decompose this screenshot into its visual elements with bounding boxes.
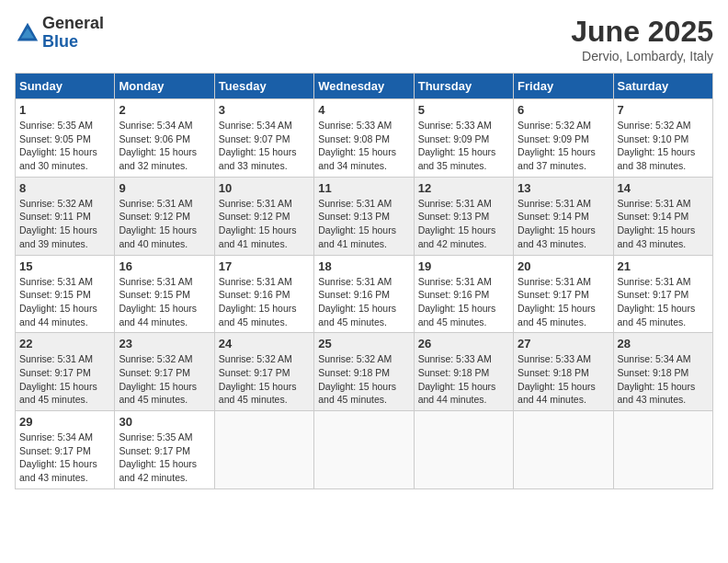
calendar-cell: 11Sunrise: 5:31 AMSunset: 9:13 PMDayligh… <box>314 177 414 255</box>
calendar-cell: 17Sunrise: 5:31 AMSunset: 9:16 PMDayligh… <box>214 255 313 333</box>
day-info: Sunrise: 5:31 AMSunset: 9:17 PMDaylight:… <box>19 352 110 407</box>
day-number: 21 <box>618 259 709 273</box>
day-info: Sunrise: 5:31 AMSunset: 9:14 PMDaylight:… <box>518 197 609 251</box>
day-number: 30 <box>119 415 210 429</box>
day-info: Sunrise: 5:32 AMSunset: 9:17 PMDaylight:… <box>219 352 310 407</box>
calendar-cell <box>514 411 613 489</box>
day-number: 28 <box>618 337 709 350</box>
calendar-cell: 20Sunrise: 5:31 AMSunset: 9:17 PMDayligh… <box>514 255 613 333</box>
day-info: Sunrise: 5:33 AMSunset: 9:18 PMDaylight:… <box>418 352 509 407</box>
day-info: Sunrise: 5:34 AMSunset: 9:06 PMDaylight:… <box>119 119 210 173</box>
calendar-cell: 24Sunrise: 5:32 AMSunset: 9:17 PMDayligh… <box>214 333 313 411</box>
calendar-cell: 26Sunrise: 5:33 AMSunset: 9:18 PMDayligh… <box>414 333 513 411</box>
calendar-cell <box>613 411 712 489</box>
calendar-cell: 13Sunrise: 5:31 AMSunset: 9:14 PMDayligh… <box>514 177 613 255</box>
day-info: Sunrise: 5:31 AMSunset: 9:16 PMDaylight:… <box>418 275 509 329</box>
day-number: 20 <box>518 259 609 273</box>
day-number: 18 <box>318 259 409 273</box>
calendar-cell: 21Sunrise: 5:31 AMSunset: 9:17 PMDayligh… <box>613 255 712 333</box>
calendar-cell: 19Sunrise: 5:31 AMSunset: 9:16 PMDayligh… <box>414 255 513 333</box>
logo-icon <box>15 20 40 46</box>
header-wednesday: Wednesday <box>314 74 414 99</box>
logo-general: General <box>42 15 104 33</box>
calendar-cell: 12Sunrise: 5:31 AMSunset: 9:13 PMDayligh… <box>414 177 513 255</box>
day-info: Sunrise: 5:31 AMSunset: 9:14 PMDaylight:… <box>618 197 709 251</box>
day-number: 14 <box>618 181 709 195</box>
day-info: Sunrise: 5:32 AMSunset: 9:18 PMDaylight:… <box>318 352 409 407</box>
day-number: 1 <box>19 103 110 117</box>
calendar-cell: 30Sunrise: 5:35 AMSunset: 9:17 PMDayligh… <box>115 411 214 489</box>
month-title: June 2025 <box>571 15 713 49</box>
day-number: 24 <box>219 337 310 350</box>
calendar-cell: 22Sunrise: 5:31 AMSunset: 9:17 PMDayligh… <box>16 333 115 411</box>
day-info: Sunrise: 5:31 AMSunset: 9:15 PMDaylight:… <box>119 275 210 329</box>
calendar-cell: 2Sunrise: 5:34 AMSunset: 9:06 PMDaylight… <box>115 99 214 178</box>
header-tuesday: Tuesday <box>214 74 313 99</box>
day-info: Sunrise: 5:31 AMSunset: 9:13 PMDaylight:… <box>318 197 409 251</box>
day-number: 16 <box>119 259 210 273</box>
calendar-cell: 5Sunrise: 5:33 AMSunset: 9:09 PMDaylight… <box>414 99 513 178</box>
calendar-cell: 6Sunrise: 5:32 AMSunset: 9:09 PMDaylight… <box>514 99 613 178</box>
header-monday: Monday <box>115 74 214 99</box>
day-info: Sunrise: 5:35 AMSunset: 9:17 PMDaylight:… <box>119 431 210 485</box>
calendar-cell: 27Sunrise: 5:33 AMSunset: 9:18 PMDayligh… <box>514 333 613 411</box>
day-number: 11 <box>318 181 409 195</box>
day-number: 3 <box>219 103 310 117</box>
calendar-cell <box>214 411 313 489</box>
day-number: 15 <box>19 259 110 273</box>
day-info: Sunrise: 5:31 AMSunset: 9:16 PMDaylight:… <box>219 275 310 329</box>
day-info: Sunrise: 5:34 AMSunset: 9:18 PMDaylight:… <box>618 352 709 407</box>
day-info: Sunrise: 5:35 AMSunset: 9:05 PMDaylight:… <box>19 119 110 173</box>
calendar-header-row: SundayMondayTuesdayWednesdayThursdayFrid… <box>16 74 713 99</box>
day-number: 27 <box>518 337 609 350</box>
day-info: Sunrise: 5:34 AMSunset: 9:07 PMDaylight:… <box>219 119 310 173</box>
day-info: Sunrise: 5:31 AMSunset: 9:12 PMDaylight:… <box>219 197 310 251</box>
header-thursday: Thursday <box>414 74 513 99</box>
calendar-cell: 8Sunrise: 5:32 AMSunset: 9:11 PMDaylight… <box>16 177 115 255</box>
logo: General Blue <box>15 15 104 52</box>
calendar-cell: 9Sunrise: 5:31 AMSunset: 9:12 PMDaylight… <box>115 177 214 255</box>
calendar-cell: 7Sunrise: 5:32 AMSunset: 9:10 PMDaylight… <box>613 99 712 178</box>
day-info: Sunrise: 5:32 AMSunset: 9:10 PMDaylight:… <box>618 119 709 173</box>
calendar-week-row: 22Sunrise: 5:31 AMSunset: 9:17 PMDayligh… <box>16 333 713 411</box>
day-number: 17 <box>219 259 310 273</box>
header: General Blue June 2025 Dervio, Lombardy,… <box>15 15 713 63</box>
day-info: Sunrise: 5:31 AMSunset: 9:16 PMDaylight:… <box>318 275 409 329</box>
header-friday: Friday <box>514 74 613 99</box>
calendar-week-row: 15Sunrise: 5:31 AMSunset: 9:15 PMDayligh… <box>16 255 713 333</box>
day-number: 9 <box>119 181 210 195</box>
calendar-cell: 1Sunrise: 5:35 AMSunset: 9:05 PMDaylight… <box>16 99 115 178</box>
calendar-cell: 14Sunrise: 5:31 AMSunset: 9:14 PMDayligh… <box>613 177 712 255</box>
calendar-week-row: 29Sunrise: 5:34 AMSunset: 9:17 PMDayligh… <box>16 411 713 489</box>
day-info: Sunrise: 5:31 AMSunset: 9:15 PMDaylight:… <box>19 275 110 329</box>
calendar-table: SundayMondayTuesdayWednesdayThursdayFrid… <box>15 73 713 489</box>
day-info: Sunrise: 5:33 AMSunset: 9:09 PMDaylight:… <box>418 119 509 173</box>
day-number: 10 <box>219 181 310 195</box>
calendar-cell <box>314 411 414 489</box>
day-number: 23 <box>119 337 210 350</box>
calendar-cell: 29Sunrise: 5:34 AMSunset: 9:17 PMDayligh… <box>16 411 115 489</box>
calendar-cell: 25Sunrise: 5:32 AMSunset: 9:18 PMDayligh… <box>314 333 414 411</box>
day-number: 12 <box>418 181 509 195</box>
day-info: Sunrise: 5:32 AMSunset: 9:11 PMDaylight:… <box>19 197 110 251</box>
day-info: Sunrise: 5:32 AMSunset: 9:09 PMDaylight:… <box>518 119 609 173</box>
logo-blue: Blue <box>42 33 104 52</box>
day-info: Sunrise: 5:31 AMSunset: 9:12 PMDaylight:… <box>119 197 210 251</box>
calendar-cell: 10Sunrise: 5:31 AMSunset: 9:12 PMDayligh… <box>214 177 313 255</box>
day-info: Sunrise: 5:33 AMSunset: 9:08 PMDaylight:… <box>318 119 409 173</box>
title-area: June 2025 Dervio, Lombardy, Italy <box>571 15 713 63</box>
calendar-cell: 16Sunrise: 5:31 AMSunset: 9:15 PMDayligh… <box>115 255 214 333</box>
day-number: 19 <box>418 259 509 273</box>
day-number: 13 <box>518 181 609 195</box>
day-number: 8 <box>19 181 110 195</box>
calendar-cell: 15Sunrise: 5:31 AMSunset: 9:15 PMDayligh… <box>16 255 115 333</box>
day-info: Sunrise: 5:34 AMSunset: 9:17 PMDaylight:… <box>19 431 110 485</box>
logo-text: General Blue <box>42 15 104 52</box>
header-saturday: Saturday <box>613 74 712 99</box>
day-number: 5 <box>418 103 509 117</box>
day-info: Sunrise: 5:33 AMSunset: 9:18 PMDaylight:… <box>518 352 609 407</box>
calendar-week-row: 1Sunrise: 5:35 AMSunset: 9:05 PMDaylight… <box>16 99 713 178</box>
day-number: 22 <box>19 337 110 350</box>
calendar-cell: 3Sunrise: 5:34 AMSunset: 9:07 PMDaylight… <box>214 99 313 178</box>
calendar-cell <box>414 411 513 489</box>
